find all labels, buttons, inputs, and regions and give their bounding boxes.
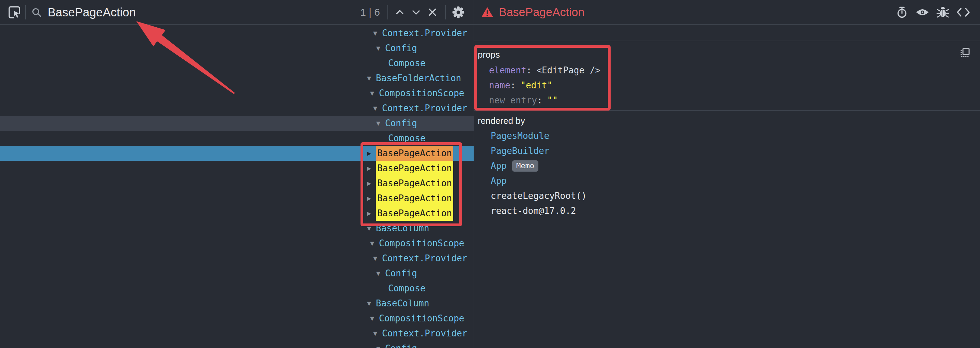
copy-icon: [959, 48, 970, 58]
tree-row-label: Context.Provider: [382, 28, 467, 38]
tree-row-config[interactable]: ▾Config: [0, 266, 474, 281]
settings-button[interactable]: [450, 5, 466, 20]
rendered-by-item-pagesmodule[interactable]: PagesModule: [478, 128, 980, 143]
caret-collapsed-icon[interactable]: ▸: [367, 179, 376, 188]
tree-row-label: Config: [385, 268, 417, 278]
tree-row-basecolumn[interactable]: ▾BaseColumn: [0, 296, 474, 311]
rendered-by-item-label: App: [491, 176, 507, 186]
copy-props-button[interactable]: [959, 48, 970, 58]
tree-row-label: BasePageAction: [376, 146, 453, 161]
tree-row-label: Compose: [388, 283, 426, 294]
prop-value[interactable]: "": [547, 95, 558, 105]
prop-value[interactable]: "edit": [520, 80, 552, 90]
tree-row-label: BasePageAction: [376, 161, 453, 176]
tree-row-compose[interactable]: Compose: [0, 56, 474, 70]
tree-row-compose[interactable]: Compose: [0, 131, 474, 146]
suspend-toggle-button[interactable]: [894, 5, 910, 20]
tree-row-label: Context.Provider: [382, 328, 467, 338]
prop-value[interactable]: <EditPage />: [536, 65, 600, 75]
rendered-by-section: rendered by PagesModulePageBuilderAppMem…: [474, 112, 980, 218]
tree-row-label: CompositionScope: [379, 238, 464, 248]
tree-row-label: Compose: [388, 133, 426, 143]
inspect-dom-button[interactable]: [915, 5, 930, 20]
tree-row-context-provider[interactable]: ▾Context.Provider: [0, 251, 474, 266]
caret-collapsed-icon[interactable]: ▸: [367, 148, 376, 158]
rendered-by-item-label: PageBuilder: [491, 146, 549, 156]
caret-expanded-icon[interactable]: ▾: [373, 254, 382, 263]
prop-key: name: [489, 80, 511, 90]
gear-icon: [450, 4, 466, 21]
components-toolbar: 1 | 6: [0, 0, 474, 25]
tree-row-compositionscope[interactable]: ▾CompositionScope: [0, 86, 474, 101]
tree-row-context-provider[interactable]: ▾Context.Provider: [0, 26, 474, 41]
clear-search-button[interactable]: [425, 5, 440, 20]
view-source-button[interactable]: [956, 5, 971, 20]
caret-expanded-icon[interactable]: ▾: [367, 73, 376, 83]
rendered-by-item-label: PagesModule: [491, 131, 549, 141]
log-to-console-button[interactable]: [935, 5, 951, 20]
caret-expanded-icon[interactable]: ▾: [376, 43, 385, 53]
rendered-by-label: rendered by: [478, 116, 980, 126]
tree-row-basepageaction[interactable]: ▸BasePageAction: [0, 206, 474, 221]
component-tree: ▾Context.Provider▾ConfigCompose▾BaseFold…: [0, 26, 474, 348]
inspect-element-button[interactable]: [6, 5, 22, 21]
caret-collapsed-icon[interactable]: ▸: [367, 209, 376, 218]
tree-row-basecolumn[interactable]: ▾BaseColumn: [0, 221, 474, 236]
tree-row-config[interactable]: ▾Config: [0, 41, 474, 56]
caret-collapsed-icon[interactable]: ▸: [367, 193, 376, 203]
tree-row-basepageaction[interactable]: ▸BasePageAction: [0, 191, 474, 206]
props-section-label: props: [478, 49, 980, 60]
tree-row-compose[interactable]: Compose: [0, 281, 474, 296]
tree-row-config[interactable]: ▾Config: [0, 341, 474, 348]
caret-expanded-icon[interactable]: ▾: [373, 104, 382, 113]
eye-icon: [915, 6, 929, 19]
prop-key: new entry: [489, 95, 537, 105]
caret-expanded-icon[interactable]: ▾: [376, 343, 385, 348]
tree-row-basefolderaction[interactable]: ▾BaseFolderAction: [0, 70, 474, 86]
tree-row-context-provider[interactable]: ▾Context.Provider: [0, 326, 474, 341]
rendered-by-item-app[interactable]: App: [478, 173, 980, 188]
tree-row-context-provider[interactable]: ▾Context.Provider: [0, 101, 474, 116]
tree-row-label: Context.Provider: [382, 253, 467, 263]
toolbar-divider: [25, 5, 26, 19]
caret-expanded-icon[interactable]: ▾: [367, 223, 376, 233]
caret-expanded-icon[interactable]: ▾: [376, 268, 385, 278]
tree-row-label: CompositionScope: [379, 88, 464, 98]
search-input[interactable]: [48, 0, 334, 24]
tree-row-config[interactable]: ▾Config: [0, 116, 474, 131]
caret-expanded-icon[interactable]: ▾: [373, 28, 382, 38]
tree-row-label: Context.Provider: [382, 103, 467, 113]
next-result-button[interactable]: [408, 5, 424, 20]
bug-icon: [936, 5, 950, 19]
caret-expanded-icon[interactable]: ▾: [370, 313, 379, 323]
tree-row-label: BasePageAction: [376, 191, 453, 206]
caret-expanded-icon[interactable]: ▾: [367, 299, 376, 308]
rendered-by-item-pagebuilder[interactable]: PageBuilder: [478, 143, 980, 158]
tree-row-basepageaction[interactable]: ▸BasePageAction: [0, 146, 474, 161]
rendered-by-item-label: createLegacyRoot(): [491, 191, 587, 201]
prop-row-element[interactable]: element:<EditPage />: [478, 63, 980, 78]
caret-expanded-icon[interactable]: ▾: [376, 118, 385, 128]
tree-row-basepageaction[interactable]: ▸BasePageAction: [0, 161, 474, 176]
rendered-by-item-react-dom-17-0-2: react-dom@17.0.2: [478, 203, 980, 218]
tree-row-basepageaction[interactable]: ▸BasePageAction: [0, 176, 474, 191]
code-brackets-icon: [956, 6, 971, 18]
rendered-by-item-createlegacyroot-: createLegacyRoot(): [478, 188, 980, 203]
tree-row-compositionscope[interactable]: ▾CompositionScope: [0, 311, 474, 326]
tree-row-compositionscope[interactable]: ▾CompositionScope: [0, 236, 474, 251]
tree-row-label: BaseFolderAction: [376, 73, 461, 83]
prop-row-new-entry[interactable]: new entry:"": [478, 93, 980, 108]
prop-colon: :: [511, 80, 516, 90]
caret-expanded-icon[interactable]: ▾: [370, 238, 379, 248]
rendered-by-item-app[interactable]: AppMemo: [478, 158, 980, 173]
prop-row-name[interactable]: name:"edit": [478, 78, 980, 93]
caret-expanded-icon[interactable]: ▾: [370, 88, 379, 98]
prop-colon: :: [537, 95, 542, 105]
caret-expanded-icon[interactable]: ▾: [373, 329, 382, 338]
chevron-up-icon: [394, 6, 406, 18]
toolbar-divider: [387, 5, 388, 19]
caret-collapsed-icon[interactable]: ▸: [367, 163, 376, 173]
previous-result-button[interactable]: [392, 5, 407, 20]
tree-row-label: Config: [385, 118, 417, 128]
chevron-down-icon: [410, 6, 422, 18]
